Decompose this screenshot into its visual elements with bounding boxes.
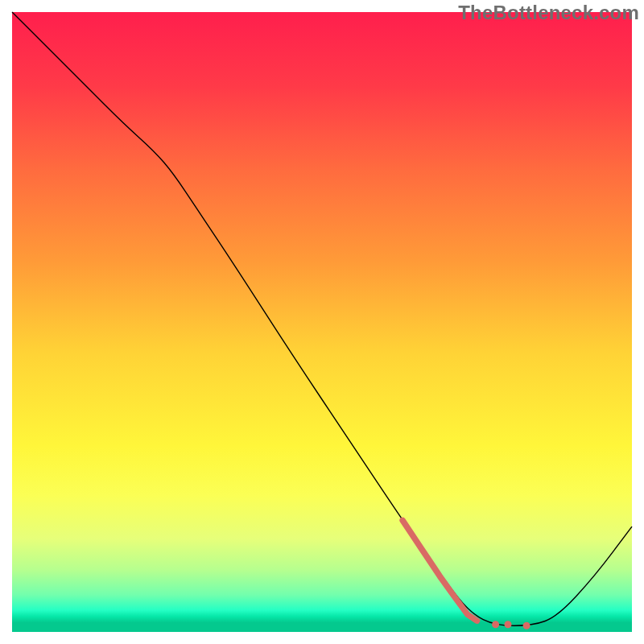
highlight-dot <box>523 622 530 630</box>
highlight-dot <box>505 621 512 628</box>
chart-container: TheBottleneck.com <box>0 0 644 644</box>
bottleneck-chart <box>0 0 644 644</box>
highlight-dot <box>492 621 499 628</box>
watermark-label: TheBottleneck.com <box>458 2 639 24</box>
